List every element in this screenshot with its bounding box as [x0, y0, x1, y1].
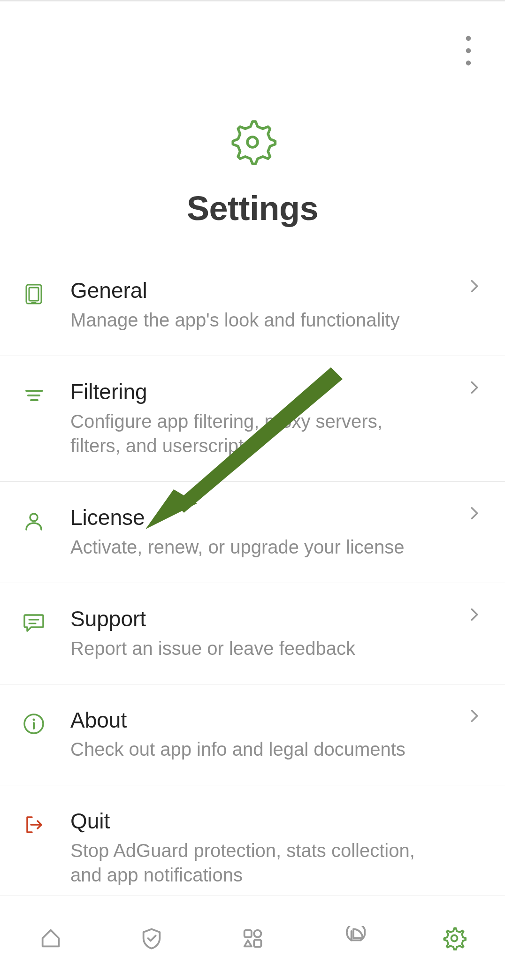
gear-icon — [442, 926, 467, 950]
page-title: Settings — [187, 189, 318, 228]
item-title: Quit — [70, 809, 479, 834]
settings-item-quit[interactable]: Quit Stop AdGuard protection, stats coll… — [0, 785, 505, 911]
chevron-right-icon — [467, 607, 482, 624]
item-subtitle: Configure app filtering, proxy servers, … — [70, 409, 436, 458]
item-subtitle: Manage the app's look and functionality — [70, 308, 436, 332]
home-icon — [38, 926, 63, 950]
settings-item-license[interactable]: License Activate, renew, or upgrade your… — [0, 482, 505, 583]
svg-point-0 — [466, 36, 471, 41]
nav-apps[interactable] — [202, 896, 303, 980]
svg-point-10 — [30, 514, 38, 521]
svg-point-20 — [254, 930, 261, 937]
item-subtitle: Activate, renew, or upgrade your license — [70, 535, 436, 559]
settings-item-about[interactable]: About Check out app info and legal docum… — [0, 684, 505, 786]
svg-rect-21 — [254, 940, 261, 947]
item-title: About — [70, 708, 479, 733]
settings-item-filtering[interactable]: Filtering Configure app filtering, proxy… — [0, 356, 505, 482]
svg-point-3 — [247, 137, 258, 147]
item-title: Filtering — [70, 380, 479, 404]
item-title: General — [70, 278, 479, 303]
nav-home[interactable] — [0, 896, 101, 980]
bottom-nav — [0, 896, 505, 980]
settings-item-general[interactable]: General Manage the app's look and functi… — [0, 255, 505, 356]
svg-point-14 — [33, 718, 35, 721]
exit-icon — [20, 811, 48, 839]
chevron-right-icon — [467, 708, 482, 726]
item-subtitle: Check out app info and legal documents — [70, 737, 436, 761]
chat-icon — [20, 608, 48, 637]
item-title: Support — [70, 607, 479, 631]
nav-protection[interactable] — [101, 896, 202, 980]
more-vertical-icon — [464, 34, 473, 67]
shield-icon — [139, 926, 164, 950]
chevron-right-icon — [467, 505, 482, 523]
svg-rect-19 — [245, 930, 252, 937]
svg-point-1 — [466, 48, 471, 53]
settings-item-support[interactable]: Support Report an issue or leave feedbac… — [0, 583, 505, 684]
more-menu-button[interactable] — [464, 34, 473, 69]
svg-rect-5 — [29, 288, 38, 301]
chevron-right-icon — [467, 278, 482, 296]
item-subtitle: Stop AdGuard protection, stats collectio… — [70, 838, 436, 887]
device-icon — [20, 280, 48, 308]
filter-icon — [20, 381, 48, 410]
item-subtitle: Report an issue or leave feedback — [70, 636, 436, 661]
svg-point-2 — [466, 61, 471, 66]
user-icon — [20, 507, 48, 535]
pie-chart-icon — [341, 926, 366, 950]
info-icon — [20, 710, 48, 738]
svg-point-24 — [451, 935, 458, 941]
nav-settings[interactable] — [404, 896, 505, 980]
settings-header-icon — [224, 114, 281, 170]
apps-icon — [240, 926, 265, 950]
nav-stats[interactable] — [303, 896, 404, 980]
item-title: License — [70, 505, 479, 530]
chevron-right-icon — [467, 380, 482, 397]
